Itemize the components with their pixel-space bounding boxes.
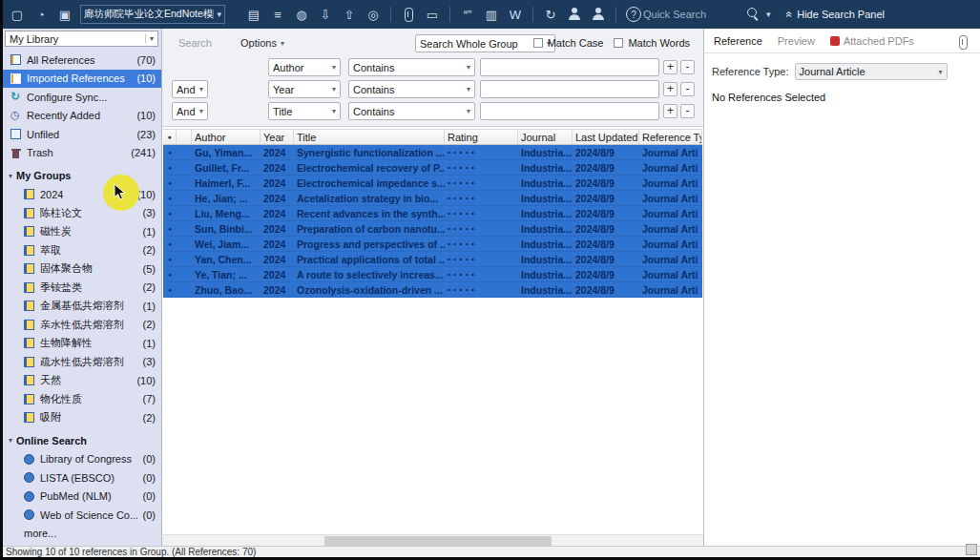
attach-file-icon[interactable] [399, 5, 418, 24]
search-icon[interactable] [743, 5, 762, 24]
table-row[interactable]: ● Haimerl, F... 2024 Electrochemical imp… [163, 176, 702, 191]
paperclip-icon[interactable] [953, 32, 970, 50]
sidebar-group-item[interactable]: 疏水性低共熔溶剂 (3) [3, 353, 161, 372]
online-search-mode-icon[interactable]: ◔ [31, 5, 51, 24]
item-count: (0) [143, 509, 156, 521]
output-style-select[interactable]: 廊坊师院毕业论文EndNote模板 ▾ [80, 5, 225, 24]
open-file-icon[interactable]: ▭ [423, 5, 442, 24]
remove-row-button[interactable]: - [680, 60, 695, 74]
table-row[interactable]: ● Gu, Yiman... 2024 Synergistic function… [163, 145, 702, 160]
table-row[interactable]: ● Ye, Tian; ... 2024 A route to selectiv… [163, 267, 702, 282]
match-words-checkbox[interactable] [614, 38, 623, 48]
sidebar-group-item[interactable]: 天然 (10) [3, 371, 161, 390]
column-journal[interactable]: Journal [518, 130, 573, 144]
local-library-mode-icon[interactable]: ▢ [8, 5, 27, 24]
column-year[interactable]: Year [261, 130, 294, 144]
sidebar-group-item[interactable]: 金属基低共熔溶剂 (1) [3, 297, 161, 316]
sidebar-online-item[interactable]: Library of Congress (0) [3, 450, 161, 469]
sidebar-online-item[interactable]: LISTA (EBSCO) (0) [3, 468, 161, 487]
format-bibliography-icon[interactable]: ▥ [482, 5, 501, 24]
search-value-input[interactable] [480, 80, 659, 98]
sidebar-group-item[interactable]: 生物降解性 (1) [3, 334, 161, 353]
search-button[interactable]: Search [178, 37, 212, 49]
item-count: (5) [143, 263, 156, 275]
library-selector[interactable]: My Library ▾ [5, 31, 158, 47]
sidebar-group-item[interactable]: 磁性炭 (1) [3, 222, 161, 241]
new-reference-icon[interactable]: ▤ [244, 5, 263, 24]
table-row[interactable]: ● Sun, Binbi... 2024 Preparation of carb… [163, 221, 702, 237]
help-icon[interactable]: ? [626, 7, 641, 22]
travel-library-icon[interactable] [589, 5, 608, 24]
table-row[interactable]: ● Liu, Meng... 2024 Recent advances in t… [163, 206, 702, 221]
edit-reference-icon[interactable]: ≡ [268, 5, 287, 24]
record-status-column[interactable]: ● [163, 130, 177, 144]
sidebar-online-item[interactable]: Web of Science Co... (0) [3, 506, 161, 525]
add-row-button[interactable]: + [663, 82, 678, 96]
field-select[interactable]: Year ▾ [268, 80, 341, 98]
column-last-updated[interactable]: Last Updated [573, 130, 639, 144]
sidebar-group-item[interactable]: 萃取 (2) [3, 241, 161, 260]
remove-row-button[interactable]: - [680, 82, 695, 96]
online-search-header[interactable]: ▾ Online Search [3, 431, 161, 450]
scrollbar-thumb[interactable] [324, 536, 552, 546]
table-header[interactable]: ● Author Year Title Rating Journal Last … [163, 129, 702, 145]
find-full-text-icon[interactable]: ◎ [364, 5, 383, 24]
comparator-select[interactable]: Contains ▾ [348, 102, 475, 120]
options-button[interactable]: Options ▾ [240, 37, 284, 49]
search-value-input[interactable] [480, 102, 659, 120]
sidebar-group-item[interactable]: 陈柱论文 (3) [3, 204, 161, 223]
hide-search-panel-button[interactable]: « Hide Search Panel [786, 8, 885, 21]
reference-type-select[interactable]: Journal Article ▾ [795, 63, 948, 80]
add-row-button[interactable]: + [663, 60, 678, 74]
more-link[interactable]: more... [3, 525, 161, 544]
go-to-word-icon[interactable]: W [506, 5, 525, 24]
search-value-input[interactable] [480, 58, 659, 76]
sidebar-group-item[interactable]: 物化性质 (7) [3, 390, 161, 409]
column-rating[interactable]: Rating [445, 130, 518, 144]
table-row[interactable]: ● He, Jian; ... 2024 Acetalization strat… [163, 191, 702, 206]
resize-grip[interactable] [966, 544, 977, 555]
sidebar-group-item[interactable]: 亲水性低共熔溶剂 (2) [3, 316, 161, 335]
tab-preview[interactable]: Preview [778, 35, 815, 47]
table-row[interactable]: ● Wei, Jiam... 2024 Progress and perspec… [163, 237, 702, 252]
sidebar-item-imported-references[interactable]: Imported References (10) [3, 70, 161, 89]
integrated-library-mode-icon[interactable]: ▣ [55, 5, 74, 24]
attachment-column[interactable] [177, 130, 192, 144]
connector-select[interactable]: And ▾ [172, 80, 208, 98]
sync-library-icon[interactable]: ↻ [541, 5, 560, 24]
quick-search-input[interactable] [643, 9, 743, 20]
sidebar-item-trash[interactable]: Trash (241) [3, 144, 161, 163]
column-author[interactable]: Author [192, 130, 261, 144]
sidebar-group-item[interactable]: 季铵盐类 (2) [3, 279, 161, 298]
sidebar-item-recently-added[interactable]: Recently Added (10) [3, 107, 161, 126]
comparator-select[interactable]: Contains ▾ [348, 80, 475, 98]
sidebar-item-configure-sync[interactable]: Configure Sync... [3, 88, 161, 107]
sidebar-item-all-references[interactable]: All References (70) [3, 51, 161, 70]
tab-reference[interactable]: Reference [714, 35, 762, 47]
share-library-icon[interactable] [565, 5, 584, 24]
table-row[interactable]: ● Guillet, Fr... 2024 Electrochemical re… [163, 160, 702, 176]
table-row[interactable]: ● Yan, Chen... 2024 Practical applicatio… [163, 252, 702, 267]
comparator-select[interactable]: Contains ▾ [348, 58, 475, 76]
table-row[interactable]: ● Zhuo, Bao... 2024 Ozonolysis-oxidation… [163, 282, 702, 298]
online-search-icon[interactable]: ◍ [292, 5, 311, 24]
match-case-checkbox[interactable] [533, 38, 543, 48]
my-groups-header[interactable]: ▾ My Groups [3, 166, 161, 185]
sidebar-item-unfiled[interactable]: Unfiled (23) [3, 125, 161, 144]
column-title[interactable]: Title [294, 130, 445, 144]
export-icon[interactable]: ⇧ [340, 5, 359, 24]
sidebar-online-item[interactable]: PubMed (NLM) (0) [3, 487, 161, 507]
tab-attached-pdfs[interactable]: Attached PDFs [830, 35, 914, 47]
sidebar-group-item[interactable]: 固体聚合物 (5) [3, 259, 161, 279]
remove-row-button[interactable]: - [680, 104, 695, 118]
import-icon[interactable]: ⇩ [316, 5, 335, 24]
column-reference-type[interactable]: Reference Ty [639, 130, 702, 144]
field-select[interactable]: Title ▾ [268, 102, 341, 120]
sidebar-group-item[interactable]: 吸附 (2) [3, 408, 161, 427]
add-row-button[interactable]: + [663, 104, 678, 118]
chevron-down-icon[interactable]: ▾ [766, 10, 771, 19]
status-bar: Showing 10 of 10 references in Group. (A… [0, 546, 980, 557]
field-select[interactable]: Author ▾ [268, 58, 341, 76]
connector-select[interactable]: And ▾ [172, 102, 208, 120]
insert-citation-icon[interactable]: “” [458, 5, 477, 24]
